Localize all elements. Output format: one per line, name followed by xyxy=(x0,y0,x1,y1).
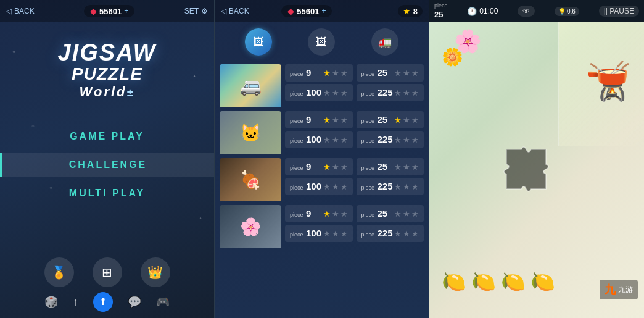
star-1: ★ xyxy=(394,209,402,219)
beach-piece-9[interactable]: piece 9 ★ ★ ★ xyxy=(285,64,353,82)
piece-label: piece xyxy=(290,91,303,97)
stars-beach-225: ★ ★ ★ xyxy=(394,88,419,98)
star-2: ★ xyxy=(403,135,410,144)
eye-button[interactable]: 👁 xyxy=(518,6,535,17)
food-piece-9[interactable]: piece 9 ★ ★ ★ xyxy=(285,158,353,175)
piece-number: 100 xyxy=(306,181,321,191)
dice-icon[interactable]: 🎲 xyxy=(44,295,58,309)
puzzle-thumb-flower[interactable] xyxy=(220,205,281,248)
puzzle-options-cat-right: piece 25 ★ ★ ★ piece 225 ★ xyxy=(357,111,424,154)
piece-number: 25 xyxy=(377,208,387,219)
food-piece-225[interactable]: piece 225 ★ ★ ★ xyxy=(357,178,424,195)
pause-button[interactable]: || PAUSE xyxy=(599,6,639,17)
star-1: ★ xyxy=(394,88,402,98)
tab-landscape[interactable]: 🖼 xyxy=(245,28,272,56)
watermark-text: 九游 xyxy=(618,285,633,295)
star-2: ★ xyxy=(403,209,410,219)
star-3: ★ xyxy=(411,88,419,98)
hint-icon: 💡 xyxy=(558,8,566,15)
logo-line1: JIGSAW xyxy=(58,41,157,64)
piece-label: piece xyxy=(290,185,303,191)
pot-decoration: 🫕 xyxy=(585,59,632,103)
watermark: 九 九游 xyxy=(600,280,638,299)
star-2: ★ xyxy=(332,209,339,219)
star-1: ★ xyxy=(323,115,331,125)
star-2: ★ xyxy=(332,69,339,78)
star-1: ★ xyxy=(394,135,402,144)
flower-piece-100[interactable]: piece 100 ★ ★ ★ xyxy=(285,225,353,242)
menu-back-button[interactable]: ◁ BACK xyxy=(6,7,35,15)
puzzle-thumb-food[interactable] xyxy=(220,158,281,201)
nav-challenge[interactable]: CHALLENGE xyxy=(0,153,214,177)
lemon-2: 🍋 xyxy=(471,270,496,293)
piece-label: piece xyxy=(290,232,303,238)
stars-flower-100: ★ ★ ★ xyxy=(323,229,348,238)
list-score-value: 55601 xyxy=(297,7,319,16)
share-icon[interactable]: ↑ xyxy=(73,296,78,309)
star-1: ★ xyxy=(394,229,402,238)
facebook-button[interactable]: f xyxy=(93,292,113,312)
plus-icon: + xyxy=(124,7,128,15)
piece-number: 9 xyxy=(306,114,311,125)
gem-score-display: ◆ 55601 + xyxy=(84,5,134,17)
puzzle-piece-svg xyxy=(502,144,551,194)
flower-piece-225[interactable]: piece 225 ★ ★ ★ xyxy=(357,225,424,242)
gem-icon: ◆ xyxy=(90,6,97,16)
list-plus-icon: + xyxy=(321,7,326,15)
flower-piece-25[interactable]: piece 25 ★ ★ ★ xyxy=(357,205,424,222)
decor-star-4: · xyxy=(176,154,177,157)
piece-count-area: piece 25 xyxy=(434,2,448,20)
food-piece-25[interactable]: piece 25 ★ ★ ★ xyxy=(357,158,424,175)
decor-star-1: ★ xyxy=(12,49,15,54)
cat-piece-25[interactable]: piece 25 ★ ★ ★ xyxy=(357,111,424,128)
decor-star-3: ✧ xyxy=(31,123,35,129)
beach-piece-100[interactable]: piece 100 ★ ★ ★ xyxy=(285,84,353,101)
cat-piece-225[interactable]: piece 225 ★ ★ ★ xyxy=(357,131,424,148)
gear-icon: ⚙ xyxy=(201,7,208,15)
achievement-button[interactable]: 🏅 xyxy=(44,257,74,287)
puzzle-thumb-cat[interactable] xyxy=(220,111,281,154)
flower-piece-9[interactable]: piece 9 ★ ★ ★ xyxy=(285,205,353,222)
piece-label: piece xyxy=(361,232,375,238)
tab-square[interactable]: 🚛 xyxy=(371,28,398,56)
chat-icon[interactable]: 💬 xyxy=(128,295,141,309)
stars-cat-25: ★ ★ ★ xyxy=(394,115,419,125)
stars-cat-100: ★ ★ ★ xyxy=(323,135,348,144)
tab-portrait[interactable]: 🖼 xyxy=(308,28,335,56)
list-gem-score: ◆ 55601 + xyxy=(281,5,332,17)
star-3: ★ xyxy=(411,209,419,219)
flowers-decoration: 🌸 🌼 xyxy=(442,28,516,103)
grid-button[interactable]: ⊞ xyxy=(93,257,122,287)
puzzle-scroll-list[interactable]: piece 9 ★ ★ ★ piece 100 ★ xyxy=(215,62,429,318)
settings-button[interactable]: SET ⚙ xyxy=(184,7,208,15)
piece-number: 225 xyxy=(377,87,392,98)
cat-piece-9[interactable]: piece 9 ★ ★ ★ xyxy=(285,111,353,128)
puzzle-thumb-beach[interactable] xyxy=(220,64,281,107)
star-1: ★ xyxy=(323,162,331,172)
piece-label: piece xyxy=(361,138,375,144)
gamepad-icon[interactable]: 🎮 xyxy=(156,295,170,309)
puzzle-item-food: piece 9 ★ ★ ★ piece 100 ★ xyxy=(220,158,424,201)
timer-display: 🕐 01:00 xyxy=(467,7,498,16)
beach-piece-225[interactable]: piece 225 ★ ★ ★ xyxy=(357,84,424,101)
cat-piece-100[interactable]: piece 100 ★ ★ ★ xyxy=(285,131,353,148)
piece-label: piece xyxy=(290,212,303,218)
clock-icon: 🕐 xyxy=(467,7,477,16)
piece-number: 25 xyxy=(377,67,387,78)
game-top-bar: piece 25 🕐 01:00 👁 💡 0.6 || PAUSE xyxy=(429,0,644,22)
puzzle-canvas[interactable]: 🌸 🌼 🫕 🍋 🍋 🍋 🍋 九 九游 xyxy=(429,22,644,318)
bottom-icon-bar: 🏅 ⊞ 👑 xyxy=(44,257,170,287)
beach-piece-25[interactable]: piece 25 ★ ★ ★ xyxy=(357,64,424,82)
list-back-button[interactable]: ◁ BACK xyxy=(221,7,249,15)
piece-label: piece xyxy=(361,118,375,124)
star-3: ★ xyxy=(341,229,348,238)
star-badge-icon: ★ xyxy=(403,6,411,16)
nav-multiplay[interactable]: MULTI PLAY xyxy=(0,182,214,205)
logo-line2: PUZZLE xyxy=(58,64,157,84)
star-2: ★ xyxy=(332,115,339,125)
puzzle-item-beach: piece 9 ★ ★ ★ piece 100 ★ xyxy=(220,64,424,107)
game-piece-count: 25 xyxy=(434,10,443,19)
stars-beach-100: ★ ★ ★ xyxy=(323,88,348,98)
crown-button[interactable]: 👑 xyxy=(141,257,170,287)
food-piece-100[interactable]: piece 100 ★ ★ ★ xyxy=(285,178,353,195)
